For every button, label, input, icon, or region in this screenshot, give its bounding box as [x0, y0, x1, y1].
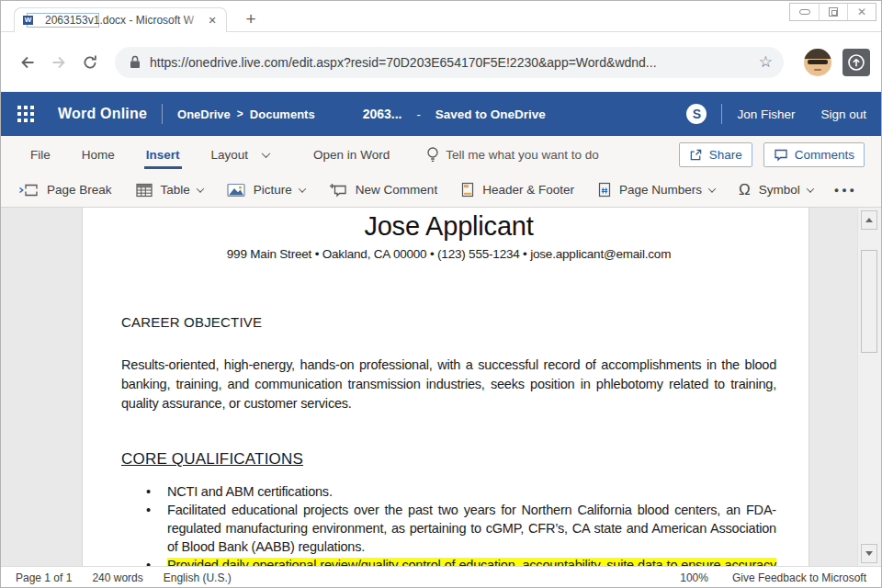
comments-icon	[774, 148, 788, 162]
app-launcher-icon[interactable]	[17, 106, 34, 122]
breadcrumb-onedrive[interactable]: OneDrive	[177, 107, 231, 121]
triangle-up-icon	[865, 218, 873, 222]
document-scrollbar[interactable]	[857, 208, 881, 566]
header-footer-button[interactable]: Header & Footer	[449, 173, 586, 207]
avatar-image	[804, 49, 831, 59]
minimize-button[interactable]	[790, 4, 819, 20]
zoom-level[interactable]: 100%	[680, 571, 708, 584]
forward-arrow-icon	[50, 53, 68, 72]
chevron-down-icon	[806, 185, 813, 192]
document-page[interactable]: Jose Applicant 999 Main Street • Oakland…	[82, 208, 809, 566]
minimize-icon	[799, 9, 810, 15]
lightbulb-icon	[426, 146, 439, 164]
browser-titlebar: W 2063153v1.docx - Microsoft W ✕ + ✕	[1, 1, 881, 32]
url-text: https://onedrive.live.com/edit.aspx?resi…	[150, 55, 752, 70]
skype-icon[interactable]: S	[686, 104, 707, 124]
bookmark-star-icon[interactable]: ☆	[759, 52, 773, 72]
document-canvas: Jose Applicant 999 Main Street • Oakland…	[1, 208, 881, 566]
table-button[interactable]: Table	[124, 173, 215, 207]
extension-upload-button[interactable]	[842, 49, 870, 76]
tell-me-box[interactable]: Tell me what you want to do	[426, 146, 599, 164]
maximize-icon	[829, 7, 838, 17]
back-arrow-icon	[18, 53, 37, 72]
list-item: Facilitated educational projects over th…	[167, 501, 776, 556]
breadcrumb-separator: >	[237, 107, 243, 120]
share-button[interactable]: Share	[679, 142, 752, 167]
feedback-link[interactable]: Give Feedback to Microsoft	[732, 571, 866, 584]
open-in-word-button[interactable]: Open in Word	[313, 148, 390, 162]
page-count[interactable]: Page 1 of 1	[16, 571, 72, 584]
reload-icon	[81, 53, 99, 72]
career-objective-body: Results-oriented, high-energy, hands-on …	[121, 356, 776, 413]
reload-button[interactable]	[74, 47, 106, 78]
tab-layout[interactable]: Layout	[208, 136, 274, 173]
list-item: NCTI and ABM certifications.	[167, 482, 776, 501]
breadcrumb-documents[interactable]: Documents	[250, 107, 315, 121]
new-comment-button[interactable]: New Comment	[317, 173, 449, 207]
new-comment-icon	[329, 183, 347, 198]
browser-toolbar: https://onedrive.live.com/edit.aspx?resi…	[1, 32, 881, 92]
tab-home[interactable]: Home	[78, 136, 119, 173]
browser-window: W 2063153v1.docx - Microsoft W ✕ + ✕ htt…	[0, 0, 882, 588]
status-bar: Page 1 of 1 240 words English (U.S.) 100…	[1, 566, 881, 588]
header-divider	[162, 104, 163, 124]
chevron-down-icon	[197, 185, 204, 192]
back-button[interactable]	[12, 47, 43, 78]
browser-tab[interactable]: W 2063153v1.docx - Microsoft W ✕	[14, 7, 227, 32]
insert-command-bar: Page Break Table Picture New Comment Hea…	[1, 173, 881, 208]
tab-title: 2063153v1.docx - Microsoft W	[45, 14, 204, 27]
triangle-down-icon	[865, 551, 873, 556]
header-divider	[721, 104, 722, 124]
lock-icon	[130, 55, 141, 69]
sign-out-link[interactable]: Sign out	[820, 107, 866, 121]
resume-name: Jose Applicant	[121, 210, 776, 242]
page-break-button[interactable]: Page Break	[6, 173, 124, 207]
chevron-down-icon	[299, 185, 306, 192]
scrollbar-thumb[interactable]	[861, 250, 877, 353]
word-favicon-icon: W	[23, 13, 38, 28]
upload-arrow-icon	[845, 51, 867, 74]
core-qualifications-heading: CORE QUALIFICATIONS	[121, 448, 776, 469]
chevron-down-icon	[708, 185, 716, 192]
header-footer-icon	[461, 182, 474, 198]
symbol-button[interactable]: Ω Symbol	[727, 173, 825, 207]
chevron-down-icon	[262, 149, 271, 158]
profile-avatar[interactable]	[804, 49, 831, 76]
resume-contact-line: 999 Main Street • Oakland, CA 00000 • (1…	[121, 247, 776, 262]
qualifications-list: NCTI and ABM certifications. Facilitated…	[121, 482, 776, 566]
new-tab-button[interactable]: +	[240, 8, 262, 30]
close-button[interactable]: ✕	[847, 4, 876, 20]
word-count[interactable]: 240 words	[92, 571, 142, 584]
language-selector[interactable]: English (U.S.)	[164, 571, 232, 584]
close-icon: ✕	[857, 6, 866, 18]
user-name[interactable]: Jon Fisher	[737, 107, 795, 121]
omega-icon: Ω	[739, 182, 751, 198]
forward-button[interactable]	[43, 47, 74, 78]
tab-insert[interactable]: Insert	[142, 136, 184, 173]
window-controls: ✕	[789, 3, 876, 21]
app-name: Word Online	[58, 106, 147, 122]
scroll-down-button[interactable]	[861, 544, 877, 563]
page-numbers-icon	[598, 182, 611, 198]
maximize-button[interactable]	[819, 4, 847, 20]
page-break-icon	[18, 183, 39, 198]
picture-icon	[227, 183, 245, 198]
address-bar[interactable]: https://onedrive.live.com/edit.aspx?resi…	[115, 47, 784, 78]
list-item-highlighted: Provided daily operational review/qualit…	[167, 556, 776, 566]
share-icon	[689, 148, 703, 162]
comments-button[interactable]: Comments	[763, 142, 865, 167]
save-status: Saved to OneDrive	[435, 107, 546, 121]
header-dash: -	[416, 107, 420, 121]
more-commands-button[interactable]: ●●●	[825, 186, 866, 195]
picture-button[interactable]: Picture	[215, 173, 317, 207]
tab-file[interactable]: File	[27, 136, 54, 173]
table-icon	[136, 183, 153, 198]
career-objective-heading: CAREER OBJECTIVE	[121, 314, 776, 331]
document-name[interactable]: 2063...	[363, 107, 402, 121]
scroll-up-button[interactable]	[861, 210, 877, 230]
page-numbers-button[interactable]: Page Numbers	[586, 173, 727, 207]
ribbon-tab-row: File Home Insert Layout Open in Word Tel…	[1, 136, 881, 173]
word-online-header: Word Online OneDrive > Documents 2063...…	[1, 92, 881, 136]
tab-close-icon[interactable]: ✕	[204, 12, 220, 28]
